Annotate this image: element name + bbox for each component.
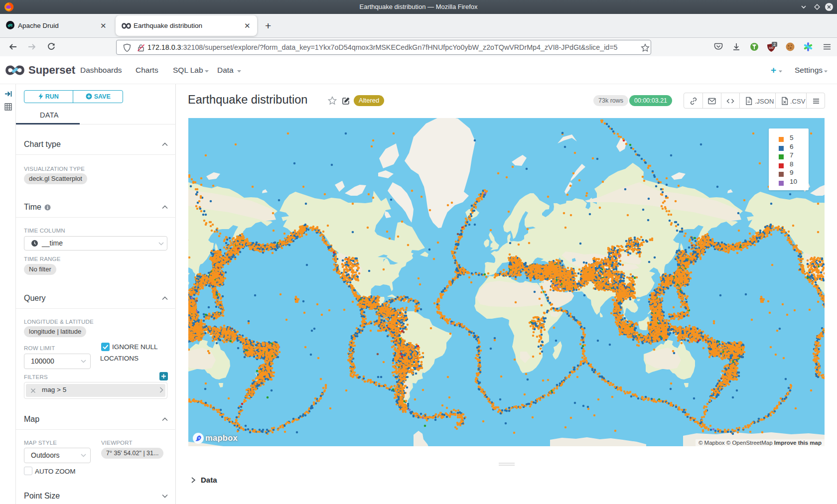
svg-text:2: 2 bbox=[773, 42, 776, 47]
